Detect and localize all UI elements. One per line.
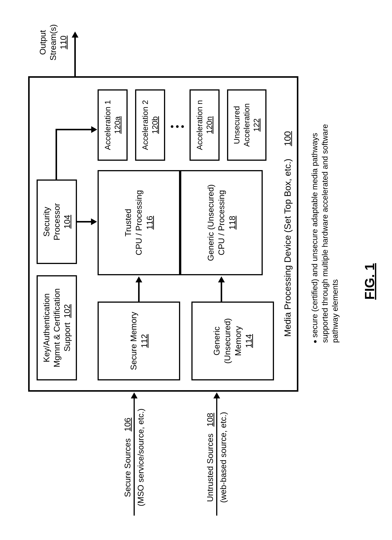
unsec-accel-ref: 122 [252, 119, 262, 132]
footnote-bullet: secure (certified) and unsecure adaptabl… [310, 121, 340, 343]
secure-sources-rule [134, 397, 135, 515]
secure-sources-label: Secure Sources 106 [123, 401, 132, 514]
accel-ellipsis [169, 125, 186, 128]
secure-memory-line1: Secure Memory [128, 312, 139, 370]
key-auth-box: Key/Authentication Mgmnt & Certification… [37, 275, 77, 380]
accel2-label: Acceleration 2 [140, 100, 150, 150]
device-label-text: Media Processing Device (Set Top Box, et… [283, 159, 293, 337]
trusted-cpu-box: Trusted CPU / Processing 116 [98, 170, 180, 275]
arrow-secproc-right-h [55, 129, 57, 180]
untrusted-sources-label: Untrusted Sources 108 [205, 401, 215, 514]
key-auth-line2: Mgmnt & Certification [52, 288, 62, 367]
arrowhead-secmem-to-trusted [135, 276, 142, 282]
arrowhead-genmem-to-gencpu [218, 276, 225, 282]
generic-cpu-line1: Generic (Unsecured) [205, 184, 216, 261]
acceln-box: Acceleration n 120n [189, 89, 219, 161]
arrow-secproc-right-v [55, 129, 92, 130]
key-auth-line3: Support 102 [62, 304, 72, 351]
device-label: Media Processing Device (Set Top Box, et… [283, 76, 293, 392]
output-label: Output Stream(s) 110 [38, 14, 69, 71]
untrusted-sources-rule [216, 397, 217, 515]
generic-cpu-ref: 118 [227, 216, 238, 230]
accel1-label: Acceleration 1 [103, 100, 113, 150]
footnote-text: secure (certified) and unsecure adaptabl… [310, 124, 339, 343]
generic-cpu-box: Generic (Unsecured) CPU / Processing 118 [180, 170, 263, 275]
output-line1: Output [38, 14, 48, 71]
untrusted-sources-sub: (web-based source, etc.) [219, 401, 228, 514]
generic-memory-line2: (Unsecured) [222, 318, 233, 364]
unsec-accel-line2: Acceleration [242, 103, 252, 147]
arrow-genmem-to-gencpu [221, 282, 222, 301]
bullet-dot-icon [314, 340, 317, 343]
output-line2: Stream(s) [48, 14, 58, 71]
secproc-ref: 104 [62, 215, 72, 229]
arrow-output-h [74, 37, 76, 76]
accel1-box: Acceleration 1 120a [98, 89, 128, 161]
acceln-ref: 120n [204, 116, 214, 134]
secure-memory-box: Secure Memory 112 [98, 301, 180, 380]
unsec-accel-line1: Unsecured [232, 106, 242, 144]
arrowhead-untrusted-sources-in [213, 392, 220, 398]
generic-memory-ref: 114 [243, 334, 254, 348]
figure-label: FIG. 1 [362, 263, 377, 300]
generic-cpu-line2: CPU / Processing [216, 190, 227, 255]
secproc-line1: Security [41, 207, 52, 237]
accel2-box: Acceleration 2 120b [135, 89, 165, 161]
arrowhead-secproc-to-accel [91, 126, 97, 133]
security-processor-box: Security Processor 104 [37, 180, 77, 264]
generic-memory-line1: Generic [211, 326, 222, 355]
generic-memory-box: Generic (Unsecured) Memory 114 [191, 301, 274, 380]
secure-sources-sub: (MSO service/source, etc.) [136, 401, 145, 514]
trusted-cpu-line1: Trusted [123, 209, 134, 237]
unsec-accel-box: Unsecured Acceleration 122 [227, 89, 267, 161]
secure-memory-ref: 112 [139, 334, 149, 348]
arrow-secproc-to-trusted [77, 221, 92, 222]
arrow-secmem-to-trusted [138, 282, 140, 301]
accel2-ref: 120b [150, 116, 160, 134]
generic-memory-line3: Memory [233, 326, 243, 356]
arrowhead-secure-sources-in [131, 392, 138, 398]
accel1-ref: 120a [113, 116, 123, 134]
arrowhead-output [72, 31, 79, 38]
arrowhead-secproc-to-trusted [91, 218, 97, 225]
acceln-label: Acceleration n [195, 100, 205, 150]
trusted-cpu-line2: CPU / Processing [134, 190, 144, 255]
output-ref: 110 [58, 14, 69, 71]
trusted-cpu-ref: 116 [144, 216, 155, 230]
key-auth-line1: Key/Authentication [41, 294, 52, 362]
device-ref: 100 [283, 131, 293, 146]
secproc-line2: Processor [52, 203, 62, 240]
